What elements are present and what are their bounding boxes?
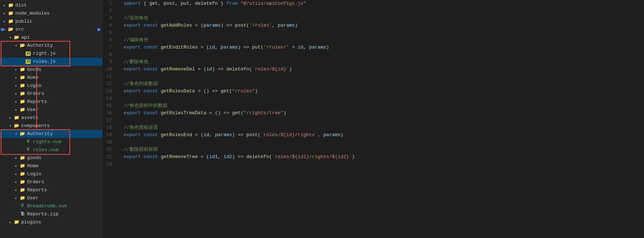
folder-icon: 📁 — [13, 115, 20, 121]
token: "@/utils/apiConfigs.js" — [241, 0, 306, 7]
tree-item-Authority-comp[interactable]: 📂Authority — [0, 130, 102, 138]
folder-icon: 📁 — [13, 219, 20, 225]
tree-item-public[interactable]: 📁public — [0, 18, 102, 26]
tree-item-label: rights.vue — [33, 138, 61, 146]
tree-item-Home2[interactable]: 📁Home — [0, 162, 102, 170]
token: params — [215, 131, 232, 139]
code-line: //删除角色 — [124, 58, 644, 66]
token: ) — [289, 66, 292, 73]
token: put — [181, 0, 189, 7]
token: = () => — [206, 110, 232, 117]
token: const — [144, 66, 158, 73]
token: id — [298, 44, 304, 51]
chevron-icon — [7, 220, 13, 224]
tree-item-label: Orders — [27, 178, 44, 186]
file-explorer[interactable]: 📁dist📁node_modules📁public📂src📂api📂Author… — [0, 0, 102, 238]
line-number: 14 — [102, 95, 116, 102]
tree-item-label: Orders — [27, 90, 44, 98]
folder-icon: 📁 — [7, 3, 14, 8]
token: deletefn — [246, 153, 269, 161]
token: get — [221, 88, 229, 95]
tree-item-goods[interactable]: 📁goods — [0, 154, 102, 162]
tree-item-plugins[interactable]: 📁plugins — [0, 218, 102, 226]
line-number: 7 — [102, 44, 116, 51]
tree-item-Home[interactable]: 📁Home — [0, 74, 102, 82]
tree-item-roles-js[interactable]: JSroles.js — [0, 58, 102, 66]
tree-item-label: dist — [15, 1, 27, 9]
token: , — [175, 0, 181, 7]
tree-item-rights-vue[interactable]: Vrights.vue — [0, 138, 102, 146]
tree-item-node_modules[interactable]: 📁node_modules — [0, 9, 102, 18]
token: ( — [258, 131, 261, 139]
tree-item-roles-vue[interactable]: Vroles.vue — [0, 146, 102, 154]
tree-item-Orders[interactable]: 📁Orders — [0, 90, 102, 98]
chevron-icon — [13, 100, 19, 104]
line-number: 21 — [102, 146, 116, 153]
tree-item-label: Reports — [27, 186, 47, 194]
token: getRolesData — [161, 88, 195, 95]
code-line: //角色授权设置 — [124, 124, 644, 131]
token: params — [323, 131, 340, 139]
token: const — [144, 153, 158, 161]
js-icon: JS — [25, 59, 31, 65]
tree-item-Login[interactable]: 📁Login — [0, 82, 102, 90]
token: = ( — [198, 44, 209, 51]
tree-item-label: User — [27, 194, 38, 202]
folder-icon: 📁 — [19, 195, 26, 201]
token — [141, 22, 144, 29]
tree-item-right-js[interactable]: JSright.js — [0, 50, 102, 58]
token: import — [124, 0, 141, 7]
tree-item-label: roles.js — [33, 58, 56, 66]
token: //添加角色 — [124, 15, 148, 22]
token: id — [206, 66, 212, 73]
chevron-icon — [13, 43, 19, 48]
token: = ( — [192, 22, 203, 29]
tree-item-Goods[interactable]: 📁Goods — [0, 66, 102, 74]
tree-item-api[interactable]: 📂api — [0, 34, 102, 42]
token: `roles/${id}/rights` — [261, 131, 318, 139]
tree-item-Reports2[interactable]: 📁Reports — [0, 186, 102, 194]
tree-item-label: right.js — [33, 50, 56, 58]
token: ( — [246, 22, 249, 29]
tree-item-Reports-zip[interactable]: 🗜Reports.zip — [0, 210, 102, 218]
line-number: 4 — [102, 22, 116, 29]
token — [158, 131, 161, 139]
active-indicator — [1, 28, 4, 31]
tree-item-dist[interactable]: 📁dist — [0, 1, 102, 9]
token: , — [189, 0, 195, 7]
folder-icon: 📁 — [7, 11, 14, 16]
tree-item-Breadcrumb-vue[interactable]: VBreadcrumb.vue — [0, 202, 102, 210]
token: , — [318, 131, 324, 139]
token: `roles/${id1}/rights/${id2}` — [272, 153, 352, 161]
token: const — [144, 88, 158, 95]
token: { — [141, 0, 149, 7]
token: ) — [326, 44, 329, 51]
token: , — [215, 44, 221, 51]
token: get — [149, 0, 158, 7]
token: getRolesTreeData — [161, 110, 206, 117]
modification-indicator — [97, 28, 100, 31]
tree-item-Authority-api[interactable]: 📂Authority — [0, 42, 102, 50]
line-number: 22 — [102, 153, 116, 161]
tree-item-Login2[interactable]: 📁Login — [0, 170, 102, 178]
tree-item-assets[interactable]: 📁assets — [0, 114, 102, 122]
token: = ( — [192, 131, 203, 139]
folder-icon: 📁 — [19, 171, 26, 177]
token: "/roles" — [232, 88, 255, 95]
token — [158, 44, 161, 51]
tree-item-User2[interactable]: 📁User — [0, 194, 102, 202]
line-number: 8 — [102, 51, 116, 58]
token: from — [226, 0, 238, 7]
code-line: export const getRolesTreeData = () => ge… — [124, 110, 644, 117]
tree-item-User[interactable]: 📁User — [0, 106, 102, 114]
code-line — [124, 73, 644, 80]
tree-item-components[interactable]: 📂components — [0, 122, 102, 130]
code-line: export const getRemoveTree = (id1, id2) … — [124, 153, 644, 161]
tree-item-Orders2[interactable]: 📁Orders — [0, 178, 102, 186]
code-line: export const getRolesData = () => get("/… — [124, 88, 644, 95]
tree-item-label: Goods — [27, 66, 41, 74]
tree-item-src[interactable]: 📂src — [0, 26, 102, 34]
token: getEnditRoles — [161, 44, 197, 51]
tree-item-Reports[interactable]: 📁Reports — [0, 98, 102, 106]
chevron-icon — [13, 108, 19, 112]
